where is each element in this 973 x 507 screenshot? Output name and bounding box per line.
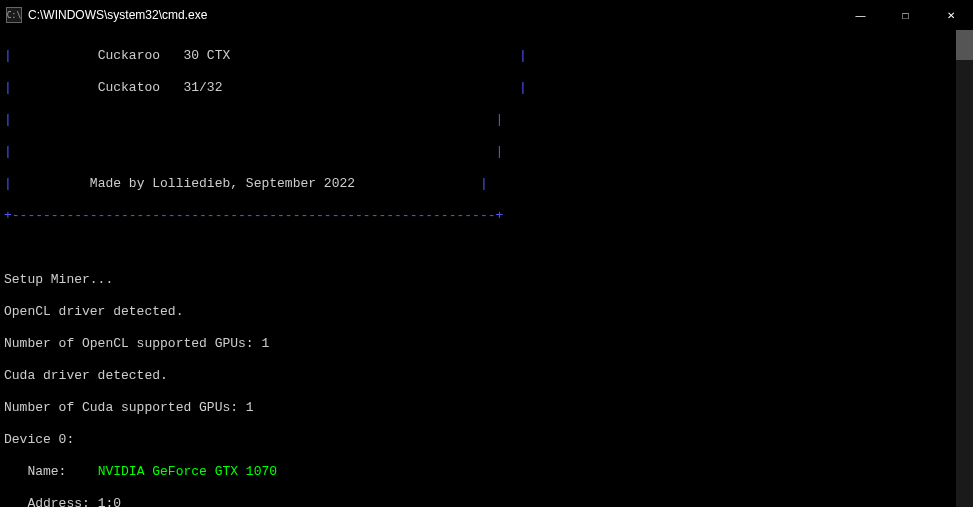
cuda-detected: Cuda driver detected. [4,368,952,384]
opencl-gpu-count: Number of OpenCL supported GPUs: 1 [4,336,952,352]
algo-version: 31/32 [183,80,222,95]
maximize-button[interactable]: □ [883,0,928,30]
cmd-icon: C:\ [6,7,22,23]
opencl-detected: OpenCL driver detected. [4,304,952,320]
address-value: 1:0 [98,496,121,507]
window-title: C:\WINDOWS\system32\cmd.exe [28,8,838,22]
credit-text: Made by Lolliedieb, September 2022 [90,176,355,191]
algo-version: 30 CTX [183,48,230,63]
device-header: Device 0: [4,432,952,448]
close-button[interactable]: ✕ [928,0,973,30]
name-label: Name: [27,464,66,479]
titlebar: C:\ C:\WINDOWS\system32\cmd.exe — □ ✕ [0,0,973,30]
algo-name: Cuckatoo [98,80,160,95]
terminal-output[interactable]: | Cuckaroo 30 CTX | | Cuckatoo 31/32 | |… [0,30,956,507]
algo-name: Cuckaroo [98,48,160,63]
scrollbar-track[interactable] [956,30,973,507]
setup-header: Setup Miner... [4,272,952,288]
cuda-gpu-count: Number of Cuda supported GPUs: 1 [4,400,952,416]
scrollbar-thumb[interactable] [956,30,973,60]
terminal-wrapper: | Cuckaroo 30 CTX | | Cuckatoo 31/32 | |… [0,30,973,507]
gpu-name: NVIDIA GeForce GTX 1070 [98,464,277,479]
minimize-button[interactable]: — [838,0,883,30]
banner-divider: +---------------------------------------… [4,208,952,224]
window-controls: — □ ✕ [838,0,973,30]
address-label: Address: [27,496,89,507]
